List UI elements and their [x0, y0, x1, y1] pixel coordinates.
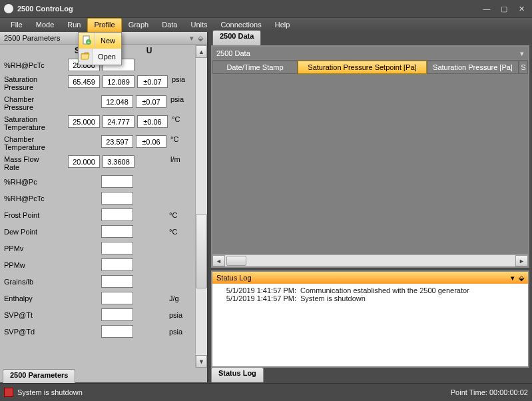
col-datetime[interactable]: Date/Time Stamp: [212, 61, 298, 74]
set-mfr[interactable]: [68, 155, 100, 168]
menu-graph[interactable]: Graph: [122, 18, 156, 33]
tol-chpress[interactable]: [136, 95, 166, 108]
col-more[interactable]: S: [519, 61, 528, 74]
hscroll-right-button[interactable]: ►: [515, 255, 528, 266]
scroll-up-button[interactable]: ▲: [196, 45, 207, 58]
val-satpress[interactable]: [103, 75, 134, 88]
label-sattemp: Saturation Temperature: [4, 115, 68, 131]
label-ppmw: PPMw: [4, 261, 68, 269]
unit-satpress: psia: [172, 75, 193, 83]
val-rhpctc2[interactable]: [101, 192, 133, 204]
val-frost[interactable]: [101, 208, 133, 221]
status-log-ts: 5/1/2019 1:41:57 PM:: [216, 294, 300, 302]
parameters-panel: 2500 Parameters ▾ ⬙ Setp U %RH@PcTc: [0, 32, 208, 382]
data-grid-title-bar: 2500 Data ▾: [212, 47, 528, 61]
status-log-body: 5/1/2019 1:41:57 PM: Communication estab…: [212, 284, 528, 366]
unit-chtemp: °C: [170, 135, 192, 143]
status-log-dropdown-icon[interactable]: ▾: [511, 274, 515, 282]
pin-icon[interactable]: ⬙: [198, 34, 203, 43]
label-rhpc: %RH@Pc: [4, 178, 68, 186]
val-svptt[interactable]: [101, 308, 133, 321]
scroll-down-button[interactable]: ▼: [196, 355, 207, 368]
menu-data[interactable]: Data: [155, 18, 184, 33]
point-time-label: Point Time:: [451, 388, 487, 396]
parameters-rows: %RH@PcTc Saturation Pressure psia Chambe…: [0, 57, 207, 340]
svg-text:+: +: [87, 40, 90, 45]
val-ppmw[interactable]: [101, 258, 133, 271]
row-frost: Frost Point °C: [0, 206, 207, 223]
tab-2500-data[interactable]: 2500 Data: [212, 30, 261, 45]
tol-chtemp[interactable]: [136, 135, 166, 148]
parameters-panel-title: 2500 Parameters: [4, 34, 60, 42]
set-sattemp[interactable]: [68, 115, 100, 128]
close-button[interactable]: ✕: [515, 3, 528, 14]
minimize-button[interactable]: —: [480, 3, 493, 14]
menu-profile[interactable]: Profile: [87, 18, 121, 33]
label-mfr: Mass Flow Rate: [4, 155, 68, 171]
tol-sattemp[interactable]: [137, 115, 168, 128]
row-grains: Grains/lb: [0, 273, 207, 290]
menu-file[interactable]: File: [4, 18, 29, 33]
parameters-scrollbar[interactable]: ▲ ▼: [195, 45, 207, 368]
right-panel: 2500 Data 2500 Data ▾ Date/Time Stamp Sa…: [208, 32, 532, 382]
hscroll-thumb[interactable]: [226, 256, 246, 266]
status-log-pin-icon[interactable]: ⬙: [519, 274, 524, 282]
row-enthalpy: Enthalpy J/g: [0, 290, 207, 306]
menu-mode[interactable]: Mode: [29, 18, 61, 33]
row-svptt: SVP@Tt psia: [0, 306, 207, 323]
window-title: 2500 ControLog: [17, 5, 73, 13]
status-error-icon: [4, 388, 13, 397]
maximize-button[interactable]: ▢: [497, 3, 511, 14]
label-satpress: Saturation Pressure: [4, 75, 68, 91]
val-grains[interactable]: [101, 275, 133, 288]
point-time-value: 00:00:00:02: [489, 388, 528, 396]
tab-status-log[interactable]: Status Log: [211, 367, 264, 382]
label-ppmv: PPMv: [4, 244, 68, 252]
menu-run[interactable]: Run: [61, 18, 87, 33]
dropdown-icon[interactable]: ▾: [190, 34, 194, 43]
status-log-header: Status Log ▾ ⬙: [212, 272, 528, 284]
profile-menu-new[interactable]: + New: [79, 33, 121, 49]
data-grid-hscroll[interactable]: ◄ ►: [212, 254, 528, 266]
val-rhpc[interactable]: [101, 175, 133, 188]
val-svptd[interactable]: [101, 325, 133, 338]
set-satpress[interactable]: [68, 75, 100, 88]
unit-sattemp: °C: [172, 115, 193, 123]
label-chtemp: Chamber Temperature: [4, 135, 68, 151]
unit-svptt: psia: [169, 311, 190, 319]
label-grains: Grains/lb: [4, 278, 68, 286]
status-text: System is shutdown: [17, 388, 83, 396]
col-satpress-setpoint[interactable]: Saturation Pressure Setpoint [Pa]: [298, 61, 427, 74]
row-ppmw: PPMw: [0, 256, 207, 273]
val-sattemp[interactable]: [103, 115, 134, 128]
label-enthalpy: Enthalpy: [4, 294, 68, 302]
label-svptt: SVP@Tt: [4, 311, 68, 319]
status-log-entry: 5/1/2019 1:41:57 PM: Communication estab…: [216, 286, 524, 294]
row-rhpctc2: %RH@PcTc: [0, 190, 207, 206]
row-chpress: Chamber Pressure psia: [0, 93, 207, 113]
val-ppmv[interactable]: [101, 242, 133, 254]
profile-menu-new-label: New: [95, 37, 121, 45]
tab-2500-parameters[interactable]: 2500 Parameters: [3, 369, 75, 384]
title-bar: 2500 ControLog — ▢ ✕: [0, 0, 532, 18]
val-mfr[interactable]: [103, 155, 134, 168]
menu-help[interactable]: Help: [268, 18, 297, 33]
row-mfr: Mass Flow Rate l/m: [0, 153, 207, 173]
menu-units[interactable]: Units: [184, 18, 214, 33]
scroll-thumb[interactable]: [196, 214, 207, 288]
label-rhpctc2: %RH@PcTc: [4, 195, 68, 202]
new-file-icon: +: [82, 35, 91, 46]
status-log-title: Status Log: [216, 274, 252, 282]
hscroll-left-button[interactable]: ◄: [212, 255, 225, 266]
val-chpress[interactable]: [101, 95, 133, 108]
profile-menu-open[interactable]: Open: [79, 49, 121, 65]
val-dew[interactable]: [101, 225, 133, 238]
tol-satpress[interactable]: [137, 75, 168, 88]
val-enthalpy[interactable]: [101, 292, 133, 304]
menu-bar: File Mode Run Profile Graph Data Units C…: [0, 18, 532, 33]
data-grid: 2500 Data ▾ Date/Time Stamp Saturation P…: [211, 45, 529, 268]
grid-menu-icon[interactable]: ▾: [520, 49, 524, 58]
val-chtemp[interactable]: [101, 135, 133, 148]
row-rhpc: %RH@Pc: [0, 173, 207, 190]
col-satpress[interactable]: Saturation Pressure [Pa]: [427, 61, 519, 74]
